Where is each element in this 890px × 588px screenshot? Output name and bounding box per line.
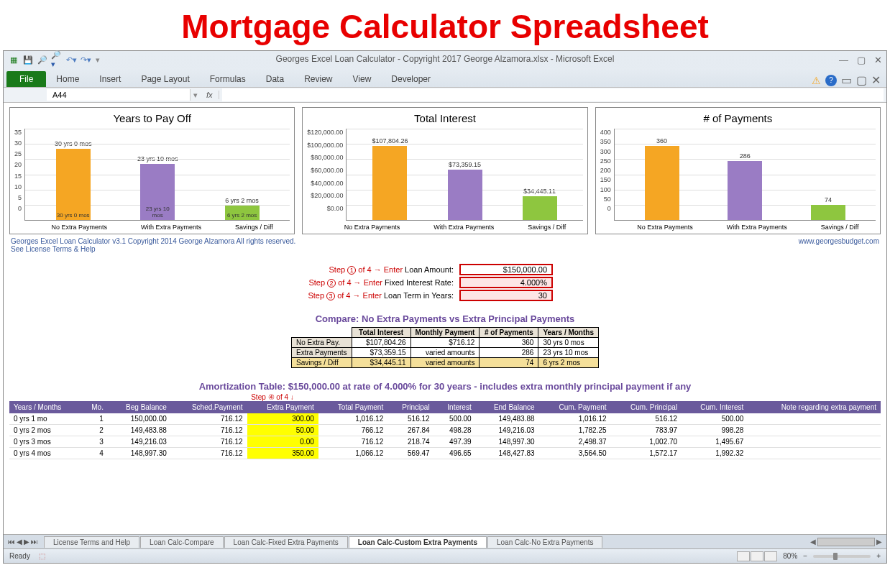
hscroll-left-icon[interactable]: ◀ xyxy=(810,538,816,546)
hscroll-right-icon[interactable]: ▶ xyxy=(876,538,882,546)
find2-icon[interactable]: 🔎▾ xyxy=(51,54,63,65)
chart-2: # of Payments400350300250200150100500360… xyxy=(595,107,881,234)
macro-record-icon[interactable]: ⬚ xyxy=(39,552,45,560)
interest-rate-input[interactable]: 4.000% xyxy=(459,277,553,288)
view-page-break-icon[interactable] xyxy=(764,551,777,561)
warning-icon[interactable]: ⚠ xyxy=(812,75,821,86)
tab-nav-next-icon[interactable]: ▶ xyxy=(24,538,29,546)
tab-insert[interactable]: Insert xyxy=(89,71,131,87)
sheet-tabs: ⏮ ◀ ▶ ⏭ License Terms and HelpLoan Calc-… xyxy=(4,534,886,548)
zoom-in-icon[interactable]: + xyxy=(876,552,881,560)
page-banner: Mortgage Calculator Spreadsheet xyxy=(0,0,890,50)
sheet-tab-2[interactable]: Loan Calc-Fixed Extra Payments xyxy=(224,536,348,548)
sheet-tab-4[interactable]: Loan Calc-No Extra Payments xyxy=(487,536,603,548)
sheet-tab-0[interactable]: License Terms and Help xyxy=(44,536,139,548)
tab-nav-last-icon[interactable]: ⏭ xyxy=(31,538,38,546)
copyright-left: Georges Excel Loan Calculator v3.1 Copyr… xyxy=(11,237,295,253)
status-bar: Ready ⬚ 80% − + xyxy=(4,548,886,563)
tab-review[interactable]: Review xyxy=(294,71,342,87)
zoom-out-icon[interactable]: − xyxy=(803,552,807,560)
close-icon[interactable]: ✕ xyxy=(874,55,882,65)
name-box[interactable]: A44 xyxy=(47,89,191,101)
compare-title: Compare: No Extra Payments vs Extra Prin… xyxy=(9,302,881,327)
restore-icon[interactable]: ▢ xyxy=(857,55,866,65)
ribbon-close-icon[interactable]: ✕ xyxy=(871,73,881,87)
sheet-tab-1[interactable]: Loan Calc-Compare xyxy=(140,536,224,548)
ribbon-minimize-icon[interactable]: ▭ xyxy=(841,73,852,87)
amortization-table: Years / MonthsMo.Beg BalanceSched.Paymen… xyxy=(9,401,881,459)
undo-icon[interactable]: ↶▾ xyxy=(65,54,77,65)
formula-bar[interactable] xyxy=(222,88,884,101)
amortization-title: Amortization Table: $150,000.00 at rate … xyxy=(9,368,881,393)
zoom-percent[interactable]: 80% xyxy=(783,552,797,560)
namebox-dropdown-icon[interactable]: ▾ xyxy=(191,91,201,100)
website-link[interactable]: www.georgesbudget.com xyxy=(799,237,879,253)
charts-row: Years to Pay Off3530252015105030 yrs 0 m… xyxy=(9,107,881,234)
excel-icon: ▦ xyxy=(8,54,19,65)
sheet-content: Years to Pay Off3530252015105030 yrs 0 m… xyxy=(4,103,886,534)
formula-bar-row: A44 ▾ fx xyxy=(4,87,886,103)
sheet-tab-3[interactable]: Loan Calc-Custom Extra Payments xyxy=(349,536,487,548)
view-normal-icon[interactable] xyxy=(737,551,750,561)
input-steps: Step 1 of 4 → Enter Loan Amount: $150,00… xyxy=(258,263,632,302)
tab-file[interactable]: File xyxy=(6,71,46,87)
ribbon-restore-icon[interactable]: ▢ xyxy=(856,73,867,87)
minimize-icon[interactable]: — xyxy=(839,55,848,65)
view-page-layout-icon[interactable] xyxy=(751,551,763,561)
tab-home[interactable]: Home xyxy=(46,71,89,87)
tab-data[interactable]: Data xyxy=(256,71,294,87)
tab-developer[interactable]: Developer xyxy=(381,71,441,87)
save-icon[interactable]: 💾 xyxy=(22,54,34,65)
ribbon-tabs: File Home Insert Page Layout Formulas Da… xyxy=(4,68,886,87)
step4-label: Step ④ of 4 ↓ xyxy=(4,393,881,401)
loan-term-input[interactable]: 30 xyxy=(459,290,553,301)
tab-page-layout[interactable]: Page Layout xyxy=(131,71,199,87)
qat-customize-icon[interactable]: ▾ xyxy=(96,55,100,65)
chart-0: Years to Pay Off3530252015105030 yrs 0 m… xyxy=(9,107,295,234)
tab-formulas[interactable]: Formulas xyxy=(200,71,256,87)
horizontal-scrollbar[interactable] xyxy=(817,538,875,546)
find-icon[interactable]: 🔎 xyxy=(37,54,48,65)
tab-view[interactable]: View xyxy=(343,71,382,87)
compare-table: Total InterestMonthly Payment# of Paymen… xyxy=(291,327,599,368)
excel-window: ▦ 💾 🔎 🔎▾ ↶▾ ↷▾ ▾ Georges Excel Loan Calc… xyxy=(3,50,887,564)
help-icon[interactable]: ? xyxy=(825,75,837,86)
zoom-slider[interactable] xyxy=(813,555,871,558)
tab-nav-first-icon[interactable]: ⏮ xyxy=(8,538,15,546)
chart-1: Total Interest$120,000.00$100,000.00$80,… xyxy=(302,107,587,234)
quick-access-toolbar: ▦ 💾 🔎 🔎▾ ↶▾ ↷▾ ▾ Georges Excel Loan Calc… xyxy=(4,51,886,68)
tab-nav-prev-icon[interactable]: ◀ xyxy=(17,538,22,546)
status-ready: Ready xyxy=(9,552,30,560)
redo-icon[interactable]: ↷▾ xyxy=(80,54,91,65)
loan-amount-input[interactable]: $150,000.00 xyxy=(459,264,553,275)
window-title: Georges Excel Loan Calculator - Copyrigh… xyxy=(4,54,886,64)
fx-icon[interactable]: fx xyxy=(201,91,219,99)
